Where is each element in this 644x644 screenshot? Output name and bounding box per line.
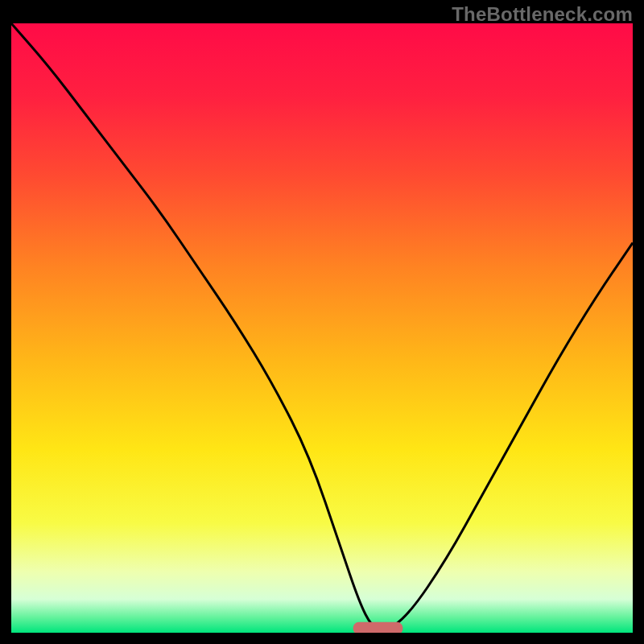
watermark-text: TheBottleneck.com (452, 3, 633, 26)
optimum-marker (353, 622, 403, 633)
gradient-background (11, 23, 633, 633)
chart-svg (11, 23, 633, 633)
gradient-plot (11, 23, 633, 633)
chart-frame: TheBottleneck.com (0, 0, 644, 644)
